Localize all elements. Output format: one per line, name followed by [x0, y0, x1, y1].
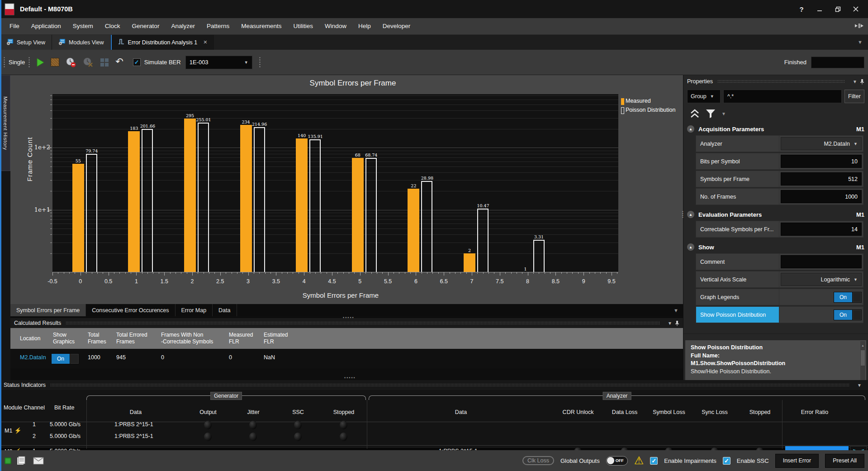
report-icon[interactable] — [17, 456, 28, 465]
chart-tab-symbol-errors-per-frame[interactable]: Symbol Errors per Frame — [10, 304, 86, 316]
toolbar-grip[interactable] — [3, 57, 5, 68]
app-logo-icon — [5, 3, 14, 15]
analyzer-column-stopped: Stopped — [749, 409, 771, 415]
analyzer-column-error-ratio: Error Ratio — [801, 409, 828, 415]
input-correctable-symbols-per-fr[interactable]: 14 — [781, 223, 862, 236]
menu-measurements[interactable]: Measurements — [235, 18, 287, 34]
section-acquisition-parameters[interactable]: ▲Acquisition ParametersM1 — [687, 124, 864, 134]
measured-flr-value: 0 — [229, 354, 232, 361]
y-tick-mark-minor — [50, 162, 52, 162]
input-no-of-frames[interactable]: 1000 — [781, 190, 862, 203]
x-tick-mark — [354, 272, 355, 274]
menu-clock[interactable]: Clock — [99, 18, 126, 34]
run-mode-label[interactable]: Single — [9, 59, 25, 66]
simulate-ber-checkbox[interactable]: ✓ — [133, 58, 141, 66]
toggle-show-poisson-distribution[interactable]: On — [834, 309, 862, 320]
input-symbols-per-frame[interactable]: 512 — [781, 172, 862, 186]
splitter-handle[interactable]: ••••• — [344, 376, 356, 380]
tab-overflow-icon[interactable]: ▼ — [858, 35, 868, 45]
chevron-down-icon[interactable]: ▼ — [721, 111, 726, 116]
collapse-icon[interactable]: ▼ — [668, 321, 672, 326]
tab-setup-view[interactable]: Setup View — [0, 35, 52, 50]
connection-status-icon[interactable] — [5, 457, 11, 464]
timer-clear-icon[interactable] — [83, 57, 94, 68]
panel-splitter[interactable]: •••• — [680, 211, 685, 219]
x-tick-mark — [572, 272, 573, 274]
measured-bar — [408, 189, 419, 272]
menu-application[interactable]: Application — [25, 18, 67, 34]
pin-icon[interactable] — [860, 79, 864, 85]
chart-panel: Symbol Errors per Frame Frame Count 5579… — [10, 75, 683, 380]
menu-window[interactable]: Window — [319, 18, 352, 34]
chart-tab-overflow-icon[interactable]: ▼ — [674, 304, 683, 316]
run-button[interactable] — [37, 58, 44, 67]
chart-tab-error-map[interactable]: Error Map — [175, 304, 213, 316]
dock-split-icon[interactable] — [854, 22, 868, 30]
x-tick-mark — [304, 272, 304, 276]
filter-funnel-icon[interactable] — [705, 109, 716, 119]
menu-patterns[interactable]: Patterns — [201, 18, 235, 34]
poisson-swatch — [621, 107, 624, 114]
column-separator — [782, 400, 783, 449]
toolbar-grip[interactable] — [259, 57, 261, 68]
insert-error-button[interactable]: Insert Error — [775, 454, 819, 468]
pin-icon[interactable] — [675, 320, 679, 326]
minimize-icon[interactable] — [814, 4, 825, 14]
dropdown-analyzer[interactable]: M2.DataIn▼ — [781, 137, 862, 150]
global-outputs-toggle[interactable]: OFF — [606, 456, 628, 466]
menu-generator[interactable]: Generator — [126, 18, 166, 34]
group-dropdown[interactable]: Group▼ — [687, 90, 721, 103]
x-tick-mark — [517, 272, 517, 274]
section-show[interactable]: ▲ShowM1 — [687, 242, 864, 252]
menu-developer[interactable]: Developer — [377, 18, 417, 34]
section-divider — [683, 328, 868, 334]
measured-bar-label: 183 — [130, 126, 138, 131]
tab-modules-view[interactable]: Modules View — [52, 35, 111, 50]
toggle-graph-legends[interactable]: On — [834, 292, 862, 303]
warning-icon[interactable]: ⚠ — [634, 455, 644, 466]
input-bits-per-symbol[interactable]: 10 — [781, 155, 862, 168]
menu-file[interactable]: File — [4, 18, 25, 34]
filter-button[interactable]: Filter — [844, 90, 864, 103]
undo-icon[interactable]: ↶ — [115, 56, 123, 67]
timer-stop-icon[interactable] — [66, 57, 76, 68]
collapse-icon[interactable]: ▼ — [857, 383, 862, 388]
menu-system[interactable]: System — [67, 18, 99, 34]
column-header-show: Show Graphics — [53, 328, 75, 349]
close-icon[interactable] — [850, 4, 862, 14]
preset-all-button[interactable]: Preset All — [825, 454, 864, 468]
ber-value-select[interactable]: 1E-003▼ — [185, 56, 252, 69]
menu-analyzer[interactable]: Analyzer — [165, 18, 201, 34]
menu-help[interactable]: Help — [352, 18, 377, 34]
collapse-icon[interactable]: ▲ — [687, 125, 694, 133]
section-scope: M1 — [856, 244, 864, 251]
section-evaluation-parameters[interactable]: ▲Evaluation ParametersM1 — [687, 209, 864, 220]
scrollbar[interactable]: ▲▼ — [860, 341, 865, 385]
help-icon[interactable]: ? — [796, 4, 807, 14]
tab-error-distribution-analysis-1[interactable]: Error Distribution Analysis 1✕ — [111, 35, 214, 50]
collapse-all-icon[interactable] — [690, 109, 700, 119]
location-link[interactable]: M2.DataIn — [20, 354, 46, 361]
input-comment[interactable] — [781, 255, 862, 268]
enable-ssc-checkbox[interactable]: ✓ — [723, 457, 730, 465]
gridline-minor — [52, 118, 618, 119]
grid-icon[interactable] — [100, 58, 109, 67]
menu-utilities[interactable]: Utilities — [288, 18, 319, 34]
measured-bar-label: 295 — [186, 113, 194, 118]
measurement-history-tab[interactable]: Measurement History — [0, 75, 10, 171]
chart-tab-consecutive-error-occurences[interactable]: Consecutive Error Occurences — [86, 304, 175, 316]
chart-tab-data[interactable]: Data — [213, 304, 237, 316]
collapse-icon[interactable]: ▲ — [687, 243, 694, 251]
x-tick-mark — [422, 272, 422, 274]
restore-icon[interactable] — [832, 4, 844, 14]
collapse-icon[interactable]: ▼ — [853, 79, 857, 84]
toolbar-grip[interactable] — [28, 57, 30, 68]
pattern-icon[interactable] — [51, 58, 59, 67]
show-graphics-toggle[interactable]: On — [51, 353, 79, 364]
close-icon[interactable]: ✕ — [203, 39, 207, 45]
enable-impairments-checkbox[interactable]: ✓ — [650, 457, 658, 465]
dropdown-vertical-axis-scale[interactable]: Logarithmic▼ — [781, 273, 862, 286]
collapse-icon[interactable]: ▲ — [687, 211, 694, 218]
filter-input[interactable] — [723, 90, 842, 103]
mail-icon[interactable] — [33, 457, 44, 465]
